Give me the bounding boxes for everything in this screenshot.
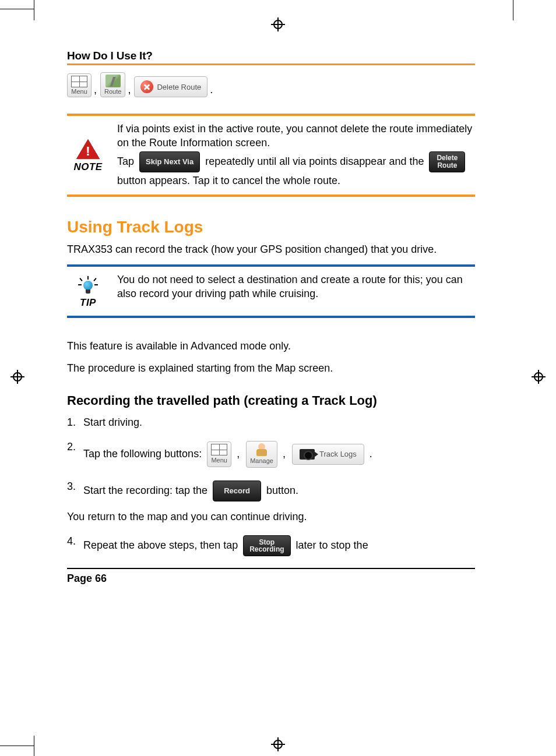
- camera-icon: [300, 449, 315, 460]
- separator: ,: [94, 84, 97, 96]
- menu-button-label: Menu: [71, 88, 87, 95]
- note-label: NOTE: [73, 161, 102, 173]
- stop-recording-label: Stop Recording: [249, 539, 284, 553]
- warning-icon: !: [76, 139, 100, 160]
- stop-recording-button: Stop Recording: [243, 535, 290, 556]
- step-text: button.: [266, 485, 298, 496]
- crop-mark: [513, 0, 513, 20]
- crop-mark: [0, 9, 34, 9]
- menu-icon: [211, 444, 227, 455]
- record-button: Record: [213, 481, 261, 501]
- route-button-label: Route: [104, 88, 121, 95]
- delete-route-dark-label: Delete Route: [437, 154, 458, 169]
- note-badge: ! NOTE: [67, 122, 109, 188]
- step-item: Start driving.: [67, 415, 475, 429]
- manage-icon: [255, 443, 269, 456]
- section-intro: TRAX353 can record the track (how your G…: [67, 242, 475, 256]
- delete-route-dark-button: Delete Route: [429, 151, 465, 172]
- tip-callout: TIP You do not need to select a destinat…: [67, 264, 475, 318]
- running-header: How Do I Use It?: [67, 50, 475, 62]
- lightbulb-icon: [78, 276, 98, 296]
- tip-body: You do not need to select a destination …: [117, 273, 475, 309]
- header-rule: [67, 63, 475, 65]
- crop-mark: [34, 0, 34, 20]
- step-text: Start driving.: [83, 416, 142, 428]
- section-heading: Using Track Logs: [67, 218, 475, 236]
- step-text: later to stop the: [296, 539, 368, 551]
- menu-icon: [71, 76, 87, 87]
- crop-mark: [0, 746, 34, 746]
- track-logs-button: Track Logs: [292, 444, 364, 465]
- step-text: Repeat the above steps, then tap: [83, 539, 241, 551]
- track-logs-label: Track Logs: [319, 449, 357, 460]
- page-content: How Do I Use It? Menu , Route , Delete R…: [67, 50, 475, 585]
- step-text: Tap the following buttons:: [83, 448, 205, 460]
- delete-icon: [140, 80, 153, 93]
- step-text: Start the recording: tap the: [83, 485, 210, 496]
- note-callout: ! NOTE If via points exist in the active…: [67, 114, 475, 197]
- route-icon: [105, 75, 121, 87]
- delete-route-label: Delete Route: [157, 83, 201, 91]
- tip-label: TIP: [80, 297, 96, 309]
- separator: .: [210, 84, 213, 96]
- record-button-label: Record: [224, 486, 250, 496]
- step-item: Repeat the above steps, then tap Stop Re…: [67, 534, 475, 557]
- registration-mark-icon: [271, 737, 285, 751]
- crop-mark: [34, 736, 34, 756]
- skip-next-via-button: Skip Next Via: [139, 151, 200, 172]
- step-item: Start the recording: tap the Record butt…: [67, 479, 475, 524]
- separator: ,: [128, 84, 131, 96]
- skip-next-via-label: Skip Next Via: [146, 157, 193, 167]
- note-text: Tap: [117, 155, 137, 167]
- tip-badge: TIP: [67, 273, 109, 309]
- subsection-heading: Recording the travelled path (creating a…: [67, 393, 475, 408]
- procedure-intro: The procedure is explained starting from…: [67, 361, 475, 375]
- manage-button: Manage: [246, 441, 277, 468]
- note-text: If via points exist in the active route,…: [117, 123, 472, 149]
- registration-mark-icon: [10, 370, 24, 384]
- manage-button-label: Manage: [250, 457, 273, 465]
- button-sequence: Menu , Route , Delete Route .: [67, 72, 475, 97]
- menu-button: Menu: [207, 441, 231, 467]
- note-body: If via points exist in the active route,…: [117, 122, 475, 188]
- note-text: button appears. Tap it to cancel the who…: [117, 175, 340, 186]
- step-item: Tap the following buttons: Menu , Manage…: [67, 440, 475, 469]
- menu-button: Menu: [67, 73, 92, 97]
- footer-rule: [67, 568, 475, 569]
- registration-mark-icon: [532, 370, 546, 384]
- steps-list: Start driving. Tap the following buttons…: [67, 415, 475, 557]
- note-text: repeatedly until all via points disappea…: [205, 155, 427, 167]
- delete-route-button: Delete Route: [134, 76, 207, 97]
- menu-button-label: Menu: [211, 456, 227, 465]
- page-number: Page 66: [67, 573, 475, 585]
- advanced-note: This feature is available in Advanced mo…: [67, 339, 475, 353]
- registration-mark-icon: [271, 17, 285, 31]
- route-button: Route: [100, 72, 125, 97]
- step-note: You return to the map and you can contin…: [67, 510, 475, 524]
